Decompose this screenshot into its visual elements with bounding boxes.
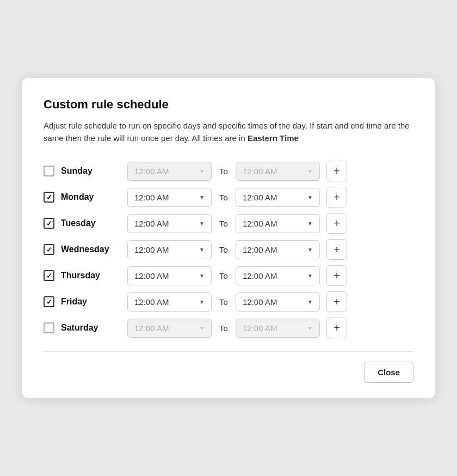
modal-footer: Close: [44, 362, 413, 383]
to-label-wednesday: To: [218, 245, 229, 254]
modal-description: Adjust rule schedule to run on specific …: [44, 119, 413, 145]
modal-container: Custom rule schedule Adjust rule schedul…: [22, 78, 435, 399]
close-button[interactable]: Close: [364, 362, 413, 383]
add-time-button-friday[interactable]: +: [326, 291, 347, 312]
day-label-wednesday: Wednesday: [61, 245, 121, 254]
schedule-rows: Sunday12:00 AM▼To12:00 AM▼+Monday12:00 A…: [44, 161, 413, 338]
add-time-button-thursday[interactable]: +: [326, 265, 347, 286]
checkbox-monday[interactable]: [44, 192, 54, 203]
from-time-monday[interactable]: 12:00 AM▼: [127, 188, 212, 207]
schedule-row-saturday: Saturday12:00 AM▼To12:00 AM▼+: [44, 318, 413, 338]
modal-title: Custom rule schedule: [44, 97, 413, 112]
schedule-row-tuesday: Tuesday12:00 AM▼To12:00 AM▼+: [44, 213, 413, 234]
to-time-saturday: 12:00 AM▼: [236, 319, 320, 338]
schedule-row-friday: Friday12:00 AM▼To12:00 AM▼+: [44, 291, 413, 312]
to-label-sunday: To: [218, 167, 229, 176]
add-time-button-monday[interactable]: +: [326, 187, 347, 208]
to-time-friday[interactable]: 12:00 AM▼: [236, 292, 320, 312]
checkbox-tuesday[interactable]: [44, 218, 54, 229]
add-time-button-tuesday[interactable]: +: [326, 213, 347, 234]
checkbox-sunday[interactable]: [44, 166, 54, 176]
to-label-thursday: To: [218, 271, 229, 280]
to-time-tuesday[interactable]: 12:00 AM▼: [236, 214, 320, 233]
day-label-monday: Monday: [61, 192, 121, 202]
schedule-row-wednesday: Wednesday12:00 AM▼To12:00 AM▼+: [44, 239, 413, 260]
day-label-saturday: Saturday: [61, 323, 121, 333]
from-time-wednesday[interactable]: 12:00 AM▼: [127, 240, 212, 259]
divider: [44, 351, 413, 352]
to-time-wednesday[interactable]: 12:00 AM▼: [236, 240, 320, 259]
to-time-sunday: 12:00 AM▼: [236, 162, 320, 181]
checkbox-friday[interactable]: [44, 296, 54, 307]
from-time-saturday: 12:00 AM▼: [127, 319, 212, 338]
day-label-sunday: Sunday: [61, 166, 121, 176]
from-time-sunday: 12:00 AM▼: [127, 162, 212, 181]
to-label-tuesday: To: [218, 219, 229, 228]
day-label-friday: Friday: [61, 297, 121, 307]
add-time-button-saturday[interactable]: +: [326, 318, 347, 338]
to-label-friday: To: [218, 297, 229, 307]
to-time-monday[interactable]: 12:00 AM▼: [236, 188, 320, 207]
checkbox-saturday[interactable]: [44, 322, 54, 333]
to-label-monday: To: [218, 193, 229, 202]
checkbox-wednesday[interactable]: [44, 244, 54, 255]
checkbox-thursday[interactable]: [44, 270, 54, 281]
to-label-saturday: To: [218, 324, 229, 333]
from-time-tuesday[interactable]: 12:00 AM▼: [127, 214, 212, 233]
schedule-row-monday: Monday12:00 AM▼To12:00 AM▼+: [44, 187, 413, 208]
day-label-thursday: Thursday: [61, 271, 121, 280]
description-text: Adjust rule schedule to run on specific …: [44, 121, 410, 143]
to-time-thursday[interactable]: 12:00 AM▼: [236, 266, 320, 285]
schedule-row-thursday: Thursday12:00 AM▼To12:00 AM▼+: [44, 265, 413, 286]
day-label-tuesday: Tuesday: [61, 218, 121, 228]
description-bold: Eastern Time: [248, 133, 299, 143]
schedule-row-sunday: Sunday12:00 AM▼To12:00 AM▼+: [44, 161, 413, 181]
add-time-button-wednesday[interactable]: +: [326, 239, 347, 260]
add-time-button-sunday[interactable]: +: [326, 161, 347, 181]
from-time-friday[interactable]: 12:00 AM▼: [127, 292, 212, 312]
from-time-thursday[interactable]: 12:00 AM▼: [127, 266, 212, 285]
